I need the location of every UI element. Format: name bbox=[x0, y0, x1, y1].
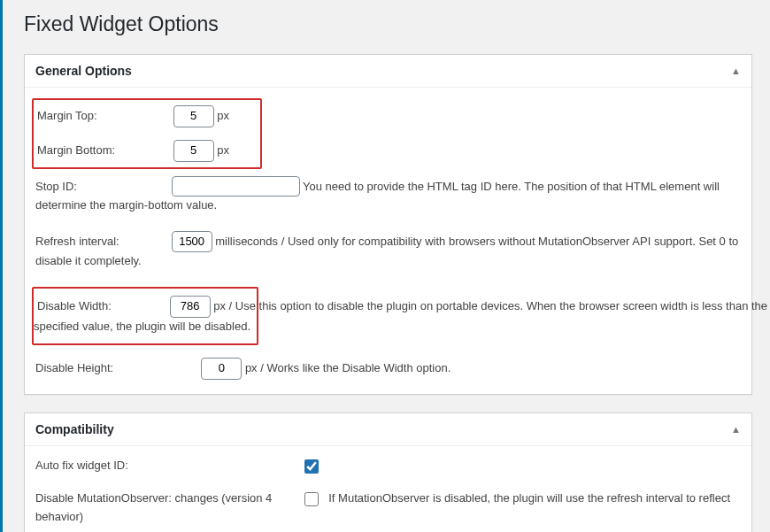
margin-bottom-input[interactable] bbox=[173, 140, 214, 162]
general-options-header[interactable]: General Options ▲ bbox=[25, 55, 751, 88]
refresh-interval-input[interactable] bbox=[172, 231, 212, 253]
margin-top-unit: px bbox=[217, 109, 229, 122]
triangle-up-icon[interactable]: ▲ bbox=[731, 424, 741, 435]
general-options-heading-text: General Options bbox=[35, 64, 132, 78]
disable-width-label: Disable Width: bbox=[34, 297, 166, 316]
disable-mo-checkbox[interactable] bbox=[304, 492, 319, 506]
stop-id-input[interactable] bbox=[172, 176, 300, 197]
stop-id-label: Stop ID: bbox=[35, 178, 168, 197]
autofix-label: Auto fix widget ID: bbox=[35, 457, 301, 475]
margin-top-input[interactable] bbox=[173, 105, 214, 127]
compatibility-panel: Compatibility ▲ Auto fix widget ID: Disa… bbox=[24, 412, 752, 532]
disable-height-label: Disable Height: bbox=[35, 359, 168, 378]
disable-height-input[interactable] bbox=[201, 358, 242, 380]
highlight-box-margins: Margin Top: px Margin Bottom: px bbox=[32, 98, 262, 169]
margin-top-label: Margin Top: bbox=[37, 107, 170, 126]
compatibility-header[interactable]: Compatibility ▲ bbox=[25, 413, 751, 446]
autofix-checkbox[interactable] bbox=[304, 459, 319, 474]
page-title: Fixed Widget Options bbox=[24, 12, 752, 36]
margin-bottom-label: Margin Bottom: bbox=[37, 142, 170, 160]
disable-height-desc: px / Works like the Disable Width option… bbox=[245, 361, 450, 374]
refresh-interval-label: Refresh interval: bbox=[35, 233, 168, 251]
compatibility-heading-text: Compatibility bbox=[35, 422, 114, 436]
disable-width-input[interactable] bbox=[170, 296, 211, 318]
disable-mo-label: Disable MutationObserver: changes (versi… bbox=[35, 490, 301, 527]
general-options-panel: General Options ▲ Margin Top: px Margin … bbox=[24, 54, 752, 395]
highlight-box-disable-width: Disable Width: px / Use this option to d… bbox=[32, 287, 258, 345]
margin-bottom-unit: px bbox=[217, 143, 229, 157]
triangle-up-icon[interactable]: ▲ bbox=[731, 66, 741, 76]
